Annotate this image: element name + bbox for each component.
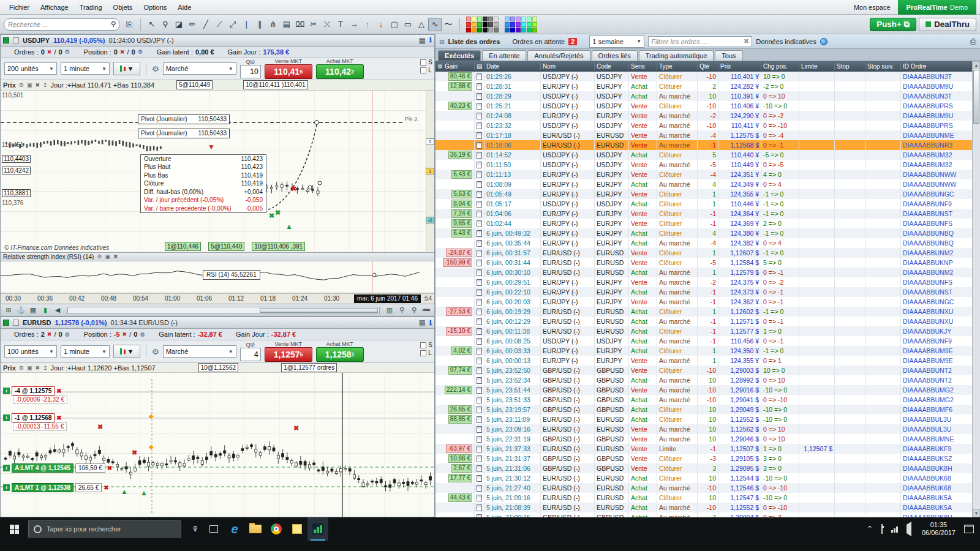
table-row[interactable]: 01:28:29USD/JPY (-)USDJPYAchatAu marché1… [435,91,980,101]
table-row[interactable]: 6 juin, 00:00:13EUR/JPY (-)EURJPYVenteAu… [435,356,980,365]
table-row[interactable]: 44,43 €5 juin, 21:09:16EUR/USD (-)EURUSD… [435,493,980,503]
order-sheet-icon[interactable] [477,211,482,217]
close-order-icon[interactable]: ✖ [56,388,61,394]
vertical-line-tool-icon[interactable]: ∣ [239,18,253,31]
green-mode-icon[interactable]: ▮ [40,305,50,315]
order-sheet-icon[interactable] [477,318,482,325]
color-swatch[interactable] [472,28,477,32]
parallel-lines-tool-icon[interactable]: ∥ [253,18,266,31]
column-header[interactable]: ID Ordre [901,63,980,70]
table-row[interactable]: 5 juin, 21:00:15GBP/USD (-)GBPUSDAchatAu… [435,512,980,517]
color-swatch[interactable] [510,17,515,21]
up-arrow-tool-icon[interactable]: ↑ [361,18,374,31]
toolbar-search[interactable]: ⚲ [4,18,120,31]
pencil-tool-icon[interactable]: ✏ [186,18,199,31]
order-sheet-icon[interactable] [477,103,482,110]
table-row[interactable]: -63,97 €5 juin, 21:37:33EUR/USD (-)EURUS… [435,444,980,454]
taskbar-search[interactable]: Taper ici pour rechercher [28,520,181,538]
order-tag[interactable]: iA:LMT 4 @ 1,12545106,59 €✖ [3,463,112,473]
order-sheet-icon[interactable] [477,495,482,501]
stop-checkbox[interactable] [420,342,426,348]
order-sheet-icon[interactable] [477,485,482,492]
order-sheet-icon[interactable] [477,152,482,159]
color-swatch[interactable] [505,28,510,32]
close-order-icon[interactable]: ✖ [56,414,61,421]
zoom-in-icon[interactable]: ⚲ [397,305,407,315]
color-swatch[interactable] [466,28,471,32]
color-swatch[interactable] [505,22,510,27]
order-tag[interactable]: i-1 @ 1,12568✖ [3,413,62,422]
column-header[interactable]: Stop [835,63,865,70]
orders-settings-icon[interactable]: ⚙ [65,48,70,55]
order-settings-icon[interactable]: ⚙ [152,347,159,356]
order-sheet-icon[interactable] [477,240,482,247]
rsi-window-icon[interactable]: ▣ [105,253,110,260]
color-palette-a[interactable] [466,17,499,32]
order-settings-icon[interactable]: ⚙ [152,64,159,73]
scrollbar-thumb[interactable] [973,70,979,124]
color-palette-b[interactable] [505,17,537,32]
order-tag[interactable]: -0,00013 -11,55 € [13,422,67,431]
table-header-row[interactable]: ⚙Gain▤DateNomCodeSensTypeQtéPrixChg pos.… [435,61,980,72]
order-sheet-icon[interactable] [477,191,482,198]
column-header[interactable]: ▤ [475,63,484,70]
chart-type-button[interactable]: ▼ [113,345,140,358]
buy-market-button[interactable]: 1,12581 [316,347,364,362]
column-header[interactable]: Qté [698,63,718,70]
table-row[interactable]: 6,43 €01:11:13EUR/JPY (-)EURJPYVenteClôt… [435,170,980,179]
table-row[interactable]: 6,43 €6 juin, 00:49:32EUR/JPY (-)EURJPYA… [435,228,980,238]
trading-app-icon[interactable] [307,517,328,541]
table-row[interactable]: 01:24:08EUR/JPY (-)EURJPYVenteAu marché-… [435,111,980,121]
search-icon[interactable]: ⚲ [111,20,116,28]
table-row[interactable]: 6 juin, 00:35:44EUR/JPY (-)EURJPYAchatAu… [435,238,980,248]
order-sheet-icon[interactable] [477,426,482,433]
table-row[interactable]: 5 juin, 23:51:33GBP/USD (-)GBPUSDAchatAu… [435,395,980,405]
layout-grid-icon[interactable]: ▦ [418,36,425,45]
menu-affichage[interactable]: Affichage [35,2,74,13]
order-sheet-icon[interactable] [477,387,482,394]
color-swatch[interactable] [477,22,482,27]
color-swatch[interactable] [483,28,488,32]
down-arrow-tool-icon[interactable]: ↓ [374,18,388,31]
table-row[interactable]: 6 juin, 00:12:29EUR/USD (-)EURUSDAchatAu… [435,317,980,326]
order-sheet-icon[interactable] [477,269,482,276]
tab-ex-cut-s[interactable]: Exécutés [438,50,481,61]
microphone-icon[interactable]: 🎙︎ [192,525,199,533]
usdjpy-price-chart[interactable]: Piv J.▼▲✖✖✖ 11-2 110,501110,451110,44031… [1,91,434,252]
mon-espace-button[interactable]: Mon espace [846,4,898,11]
order-sheet-icon[interactable] [477,299,482,305]
period-select[interactable]: 1 semaine▼ [589,36,644,48]
table-row[interactable]: 6 juin, 00:22:10EUR/JPY (-)EURJPYAchatAu… [435,287,980,297]
menu-fichier[interactable]: Fichier [4,2,35,13]
text-tool-icon[interactable]: T [334,18,347,31]
info-icon[interactable]: ℹ [429,319,432,327]
start-button[interactable] [0,517,28,541]
table-row[interactable]: -15,10 €6 juin, 00:11:38EUR/USD (-)EURUS… [435,326,980,336]
order-sheet-icon[interactable] [477,93,482,100]
table-row[interactable]: 17,77 €5 juin, 21:30:12EUR/USD (-)EURUSD… [435,473,980,483]
order-sheet-icon[interactable] [477,289,482,296]
wave-tool-icon[interactable]: 〜 [442,18,455,31]
orders-filter[interactable]: ✖ [648,36,752,47]
color-swatch[interactable] [494,28,499,32]
order-sheet-icon[interactable] [477,83,482,90]
layout-grid-icon[interactable]: ▦ [418,318,425,327]
table-row[interactable]: 6 juin, 00:20:03EUR/JPY (-)EURJPYVenteAu… [435,297,980,307]
order-sheet-icon[interactable] [477,250,482,257]
column-header[interactable]: Sens [629,63,657,70]
tab-tous[interactable]: Tous [715,50,742,61]
order-sheet-icon[interactable] [477,436,482,443]
tab-annul-s-rejet-s[interactable]: Annulés/Rejetés [527,50,590,61]
cancel-orders-icon[interactable]: ✖ [47,49,52,55]
menu-options[interactable]: Options [138,2,172,13]
table-row[interactable]: 80,46 €01:29:26USD/JPY (-)USDJPYVenteClô… [435,72,980,81]
color-swatch[interactable] [521,17,526,21]
table-row[interactable]: 01:16:06EUR/USD (-)EURUSDVenteAu marché-… [435,140,980,150]
table-row[interactable]: 5,63 €01:05:49EUR/JPY (-)EURJPYVenteClôt… [435,189,980,199]
table-row[interactable]: 2,67 €5 juin, 21:31:06GBP/USD (-)GBPUSDV… [435,463,980,473]
indicator-tool-icon[interactable]: ∿ [428,18,442,31]
pane-close-icon[interactable]: ✖ [35,365,40,371]
order-sheet-icon[interactable] [477,367,482,374]
table-row[interactable]: 6 juin, 00:30:10EUR/USD (-)EURUSDAchatAu… [435,268,980,277]
color-swatch[interactable] [477,28,482,32]
